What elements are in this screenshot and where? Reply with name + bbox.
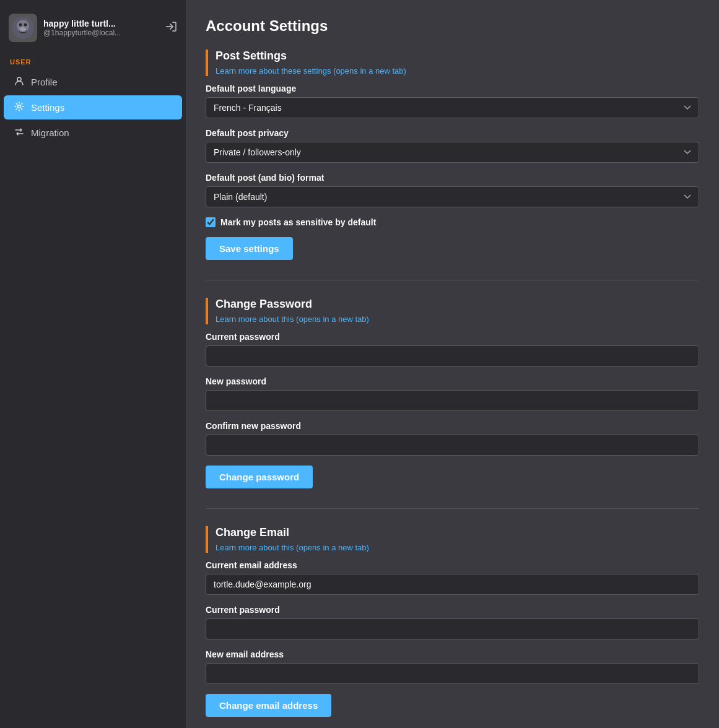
sensitive-checkbox-row: Mark my posts as sensitive by default [206, 217, 699, 227]
change-email-button[interactable]: Change email address [206, 694, 331, 717]
email-current-password-label: Current password [206, 605, 699, 615]
new-email-label: New email address [206, 649, 699, 659]
sidebar-item-label-profile: Profile [31, 77, 58, 87]
divider-1 [206, 280, 699, 280]
user-handle: @1happyturtle@local... [43, 28, 159, 37]
change-password-title: Change Password [216, 298, 699, 311]
post-settings-section: Post Settings Learn more about these set… [206, 50, 699, 260]
default-privacy-label: Default post privacy [206, 128, 699, 138]
main-content: Account Settings Post Settings Learn mor… [186, 0, 719, 728]
sidebar-item-profile[interactable]: Profile [4, 70, 182, 94]
svg-point-4 [20, 27, 26, 31]
page-title: Account Settings [206, 17, 699, 35]
change-password-button[interactable]: Change password [206, 466, 313, 488]
svg-point-6 [17, 77, 21, 81]
default-language-select[interactable]: French - Français English German - Deuts… [206, 97, 699, 118]
current-password-label: Current password [206, 332, 699, 342]
confirm-password-group: Confirm new password [206, 421, 699, 456]
default-format-label: Default post (and bio) format [206, 173, 699, 183]
change-password-header: Change Password Learn more about this (o… [206, 298, 699, 324]
change-email-header: Change Email Learn more about this (open… [206, 526, 699, 553]
new-password-group: New password [206, 376, 699, 411]
confirm-password-input[interactable] [206, 435, 699, 456]
change-password-link[interactable]: Learn more about this (opens in a new ta… [216, 314, 369, 324]
save-settings-button[interactable]: Save settings [206, 237, 293, 260]
change-email-link[interactable]: Learn more about this (opens in a new ta… [216, 543, 369, 552]
default-format-group: Default post (and bio) format Plain (def… [206, 173, 699, 207]
sidebar: happy little turtl... @1happyturtle@loca… [0, 0, 186, 728]
default-language-label: Default post language [206, 84, 699, 93]
sensitive-checkbox[interactable] [206, 217, 216, 227]
default-language-group: Default post language French - Français … [206, 84, 699, 118]
svg-point-7 [18, 105, 21, 108]
current-password-input[interactable] [206, 345, 699, 366]
person-icon [14, 76, 25, 88]
user-display-name: happy little turtl... [43, 19, 159, 28]
new-email-input[interactable] [206, 663, 699, 684]
new-password-label: New password [206, 376, 699, 386]
svg-point-3 [24, 24, 27, 27]
default-privacy-select[interactable]: Public Unlisted Private / followers-only… [206, 142, 699, 163]
post-settings-link[interactable]: Learn more about these settings (opens i… [216, 66, 406, 76]
nav-section-label: USER [0, 48, 186, 69]
new-email-group: New email address [206, 649, 699, 684]
sensitive-checkbox-label[interactable]: Mark my posts as sensitive by default [220, 217, 376, 227]
sidebar-item-label-settings: Settings [31, 102, 64, 113]
default-format-select[interactable]: Plain (default) Markdown [206, 186, 699, 207]
divider-2 [206, 508, 699, 509]
avatar [9, 14, 37, 42]
sidebar-item-settings[interactable]: Settings [4, 95, 182, 119]
gear-icon [14, 102, 25, 113]
change-email-title: Change Email [216, 526, 699, 539]
arrows-icon [14, 127, 25, 139]
change-password-section: Change Password Learn more about this (o… [206, 298, 699, 488]
sidebar-item-label-migration: Migration [31, 128, 69, 138]
default-privacy-group: Default post privacy Public Unlisted Pri… [206, 128, 699, 163]
sidebar-item-migration[interactable]: Migration [4, 121, 182, 145]
post-settings-header: Post Settings Learn more about these set… [206, 50, 699, 76]
email-current-password-group: Current password [206, 605, 699, 639]
user-info: happy little turtl... @1happyturtle@loca… [43, 19, 159, 37]
confirm-password-label: Confirm new password [206, 421, 699, 431]
current-password-group: Current password [206, 332, 699, 366]
current-email-label: Current email address [206, 560, 699, 570]
post-settings-title: Post Settings [216, 50, 699, 63]
current-email-input[interactable] [206, 574, 699, 595]
email-current-password-input[interactable] [206, 618, 699, 639]
user-profile-header: happy little turtl... @1happyturtle@loca… [0, 7, 186, 48]
change-email-section: Change Email Learn more about this (open… [206, 526, 699, 717]
new-password-input[interactable] [206, 390, 699, 411]
current-email-group: Current email address [206, 560, 699, 595]
svg-point-2 [19, 24, 22, 27]
logout-icon[interactable] [165, 20, 177, 36]
